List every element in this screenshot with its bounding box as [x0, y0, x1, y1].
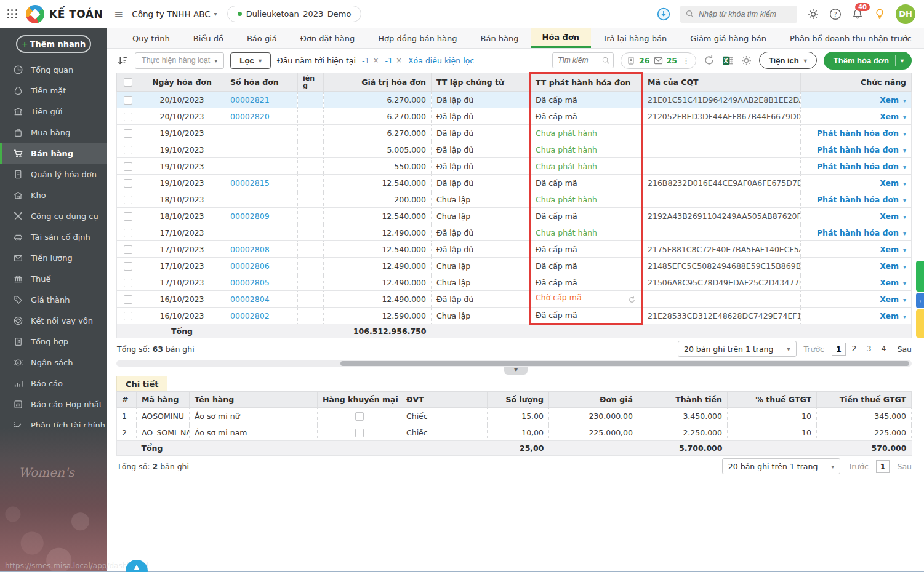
- utilities-button[interactable]: Tiện ích▾: [759, 52, 817, 69]
- next-page-button[interactable]: Sau: [897, 344, 912, 354]
- detail-column-header[interactable]: #: [117, 392, 137, 408]
- invoice-number-link[interactable]: 00002804: [230, 295, 270, 304]
- close-icon[interactable]: ×: [396, 56, 402, 65]
- sidebar-item-tien-gui[interactable]: Tiền gửi: [0, 101, 107, 122]
- tab-phan-bo-doanh-thu[interactable]: Phân bổ doanh thu nhận trước: [778, 28, 923, 48]
- export-excel-icon[interactable]: X: [722, 55, 734, 66]
- page-button-2[interactable]: 2: [848, 343, 861, 356]
- column-header-number[interactable]: Số hóa đơn: [225, 73, 298, 92]
- expand-panel-tab[interactable]: ‹: [916, 293, 924, 308]
- tab-don-dat-hang[interactable]: Đơn đặt hàng: [289, 28, 367, 48]
- page-button-3[interactable]: 3: [863, 343, 875, 356]
- page-size-select[interactable]: 20 bản ghi trên 1 trang▾: [722, 458, 841, 474]
- sidebar-item-gia-thanh[interactable]: Giá thành: [0, 289, 107, 310]
- table-row[interactable]: 19/10/20236.270.000Đã lập đủChưa phát hà…: [117, 125, 912, 141]
- sidebar-item-kho[interactable]: Kho: [0, 185, 107, 205]
- sidebar-item-tien-luong[interactable]: Tiền lương: [0, 247, 107, 268]
- table-row[interactable]: 19/10/20235.005.000Đã lập đủChưa phát hà…: [117, 141, 912, 158]
- document-counter[interactable]: 26 25 ⋮: [621, 52, 696, 69]
- help-icon[interactable]: ?: [829, 8, 842, 20]
- row-checkbox[interactable]: [124, 113, 132, 121]
- company-selector[interactable]: Công ty TNHH ABC▾: [132, 9, 217, 19]
- detail-table-row[interactable]: 2AO_SOMI_NAMÁo sơ mi namChiếc10,00225.00…: [117, 424, 912, 441]
- support-tab-yellow[interactable]: [916, 309, 924, 338]
- detail-column-header[interactable]: Số lượng: [488, 392, 549, 408]
- issue-invoice-action-button[interactable]: Phát hành hóa đơn▾: [817, 129, 906, 138]
- select-all-checkbox[interactable]: [124, 78, 132, 87]
- view-action-button[interactable]: Xem▾: [880, 311, 906, 320]
- notifications-bell-icon[interactable]: 40: [851, 8, 864, 20]
- column-header-actions[interactable]: Chức năng: [801, 73, 912, 92]
- page-button-1[interactable]: 1: [832, 343, 846, 356]
- detail-table-row[interactable]: 1AOSOMINUÁo sơ mi nữChiếc15,00230.000,00…: [117, 408, 912, 424]
- detail-column-header[interactable]: % thuế GTGT: [728, 392, 817, 408]
- tab-hoa-don[interactable]: Hóa đơn: [531, 28, 592, 48]
- support-tab-green[interactable]: [916, 261, 924, 292]
- sidebar-item-bao-cao-hop-nhat[interactable]: Báo cáo Hợp nhất: [0, 394, 107, 415]
- sidebar-item-bao-cao[interactable]: Báo cáo: [0, 373, 107, 394]
- row-checkbox[interactable]: [124, 96, 132, 105]
- sidebar-item-cong-cu-dung-cu[interactable]: Công cụ dụng cụ: [0, 205, 107, 226]
- table-settings-gear-icon[interactable]: [741, 55, 752, 66]
- issue-invoice-action-button[interactable]: Phát hành hóa đơn▾: [817, 195, 906, 204]
- filter-button[interactable]: Lọc▾: [230, 52, 271, 69]
- invoice-number-link[interactable]: 00002820: [230, 112, 270, 121]
- promo-checkbox[interactable]: [355, 429, 364, 437]
- table-row[interactable]: 20/10/2023000028216.270.000Đã lập đủĐã c…: [117, 92, 912, 108]
- tab-bieu-do[interactable]: Biểu đồ: [182, 28, 235, 48]
- add-invoice-button[interactable]: Thêm hóa đơn▾: [824, 52, 912, 70]
- sidebar-item-tong-quan[interactable]: Tổng quan: [0, 59, 107, 80]
- invoice-number-link[interactable]: 00002815: [230, 178, 270, 188]
- next-page-button[interactable]: Sau: [897, 462, 912, 471]
- refresh-icon[interactable]: [703, 54, 715, 66]
- page-button-4[interactable]: 4: [878, 343, 890, 356]
- view-action-button[interactable]: Xem▾: [880, 112, 906, 121]
- invoice-number-link[interactable]: 00002821: [230, 95, 270, 105]
- row-checkbox[interactable]: [124, 229, 132, 237]
- more-options-icon[interactable]: ⋮: [682, 56, 690, 65]
- bulk-action-button[interactable]: Thực hiện hàng loạt▾: [135, 52, 224, 69]
- column-header-date[interactable]: Ngày hóa đơn: [139, 73, 225, 92]
- row-checkbox[interactable]: [124, 129, 132, 138]
- prev-page-button[interactable]: Trước: [848, 462, 868, 471]
- row-checkbox[interactable]: [124, 279, 132, 287]
- table-row[interactable]: 19/10/2023550.000Đã lập đủChưa phát hành…: [117, 158, 912, 175]
- horizontal-scrollbar[interactable]: [116, 360, 912, 367]
- sidebar-item-ban-hang[interactable]: Bán hàng: [0, 143, 107, 164]
- detail-column-header[interactable]: Mã hàng: [137, 392, 190, 408]
- detail-column-header[interactable]: ĐVT: [401, 392, 488, 408]
- sort-icon[interactable]: [117, 55, 129, 66]
- settings-gear-icon[interactable]: [807, 8, 819, 20]
- view-action-button[interactable]: Xem▾: [880, 245, 906, 254]
- row-checkbox[interactable]: [124, 312, 132, 320]
- sidebar-item-quan-ly-hoa-don[interactable]: Quản lý hóa đơn: [0, 164, 107, 185]
- sidebar-item-mua-hang[interactable]: Mua hàng: [0, 122, 107, 143]
- detail-column-header[interactable]: Đơn giá: [549, 392, 638, 408]
- row-checkbox[interactable]: [124, 262, 132, 271]
- table-row[interactable]: 18/10/2023200.000Chưa lậpChưa phát hànhP…: [117, 191, 912, 208]
- view-action-button[interactable]: Xem▾: [880, 212, 906, 221]
- promo-checkbox[interactable]: [355, 412, 364, 421]
- table-row[interactable]: 16/10/20230000280412.490.000Đã lập đủChờ…: [117, 291, 912, 308]
- page-size-select[interactable]: 20 bản ghi trên 1 trang▾: [678, 341, 797, 357]
- column-header-tax-code[interactable]: Mã của CQT: [642, 73, 801, 92]
- detail-tab[interactable]: Chi tiết: [116, 376, 167, 391]
- app-launcher-icon[interactable]: [7, 9, 17, 19]
- invoice-number-link[interactable]: 00002809: [230, 212, 270, 221]
- row-checkbox[interactable]: [124, 245, 132, 254]
- quick-add-button[interactable]: +Thêm nhanh: [16, 35, 91, 53]
- workspace-tab[interactable]: Dulieuketoan_2023_Demo: [227, 6, 362, 22]
- view-action-button[interactable]: Xem▾: [880, 295, 906, 304]
- detail-column-header[interactable]: Hàng khuyến mại: [318, 392, 401, 408]
- column-header-doc-status[interactable]: TT lập chứng từ: [432, 73, 530, 92]
- download-icon[interactable]: [657, 7, 670, 21]
- invoice-number-link[interactable]: 00002802: [230, 311, 270, 320]
- tab-quy-trinh[interactable]: Quy trình: [121, 28, 182, 48]
- view-action-button[interactable]: Xem▾: [880, 178, 906, 188]
- column-header-issue-status[interactable]: TT phát hành hóa đơn: [530, 73, 642, 92]
- tab-bao-gia[interactable]: Báo giá: [235, 28, 289, 48]
- sidebar-item-tien-mat[interactable]: Tiền mặt: [0, 80, 107, 101]
- row-checkbox[interactable]: [124, 179, 132, 188]
- sidebar-item-tong-hop[interactable]: Tổng hợp: [0, 331, 107, 352]
- detail-column-header[interactable]: Thành tiền: [638, 392, 728, 408]
